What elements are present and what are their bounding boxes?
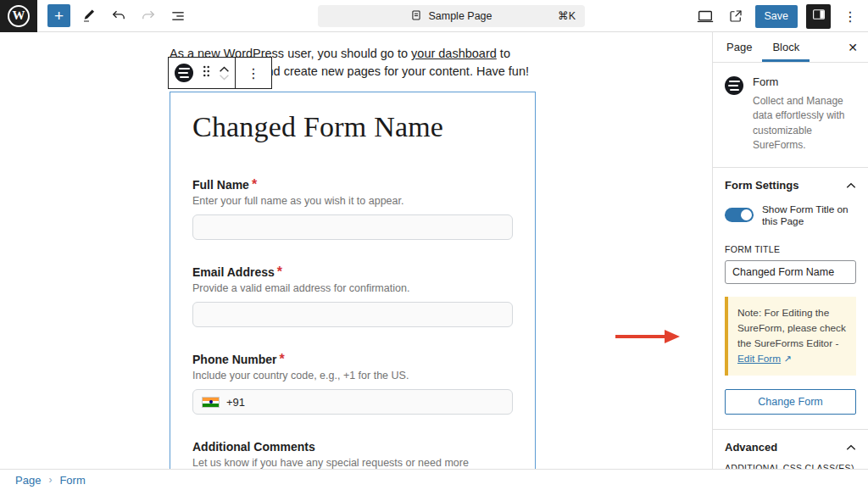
block-type-button[interactable]	[169, 58, 199, 88]
chevron-up-icon	[846, 179, 856, 192]
field-label: Full Name	[192, 178, 249, 192]
close-sidebar-button[interactable]: ✕	[837, 32, 868, 62]
dashboard-link[interactable]: your dashboard	[411, 47, 497, 60]
edit-form-link[interactable]: Edit Form	[737, 353, 781, 365]
block-toolbar: ⋮	[168, 57, 272, 89]
change-form-button[interactable]: Change Form	[725, 389, 856, 415]
undo-icon	[110, 8, 127, 25]
command-shortcut: ⌘K	[558, 9, 576, 22]
tab-block[interactable]: Block	[762, 32, 810, 62]
plus-icon: +	[54, 8, 64, 24]
sureforms-icon	[725, 76, 743, 95]
settings-sidebar: Page Block ✕ Form Collect and Manage dat…	[712, 32, 868, 469]
editor-top-bar: W +	[0, 0, 868, 32]
breadcrumb: Page › Form	[0, 469, 868, 490]
form-field-full-name: Full Name* Enter your full name as you w…	[192, 177, 513, 240]
document-title: Sample Page	[428, 10, 492, 22]
tools-button[interactable]	[78, 5, 100, 27]
block-inserter-button[interactable]: +	[47, 4, 70, 27]
field-description: Include your country code, e.g., +1 for …	[192, 370, 513, 381]
redo-button[interactable]	[137, 5, 159, 27]
move-down-button[interactable]	[219, 74, 230, 81]
form-title-label: FORM TITLE	[725, 244, 856, 254]
kebab-icon: ⋮	[843, 8, 857, 25]
breadcrumb-form[interactable]: Form	[59, 474, 85, 487]
document-overview-bar[interactable]: Sample Page ⌘K	[318, 5, 585, 27]
external-link-icon: ↗	[783, 354, 791, 364]
field-label: Additional Comments	[192, 440, 315, 454]
block-options-button[interactable]: ⋮	[235, 58, 271, 88]
full-name-input[interactable]	[192, 214, 513, 240]
chevron-up-icon	[846, 441, 856, 454]
external-link-icon	[728, 8, 743, 24]
block-name: Form	[753, 75, 856, 88]
tab-page[interactable]: Page	[716, 32, 762, 62]
annotation-arrow	[615, 330, 682, 343]
form-field-comments: Additional Comments Let us know if you h…	[192, 439, 513, 469]
editor-canvas: As a new WordPress user, you should go t…	[0, 32, 712, 469]
preview-device-button[interactable]	[694, 5, 716, 27]
wordpress-icon: W	[8, 5, 30, 27]
move-up-button[interactable]	[219, 66, 230, 73]
close-icon: ✕	[848, 41, 858, 54]
required-asterisk: *	[277, 264, 282, 279]
form-title-input[interactable]	[725, 260, 856, 284]
show-title-toggle[interactable]	[725, 208, 754, 222]
kebab-icon: ⋮	[247, 65, 260, 81]
list-view-icon	[170, 8, 186, 25]
drag-dots-icon	[202, 64, 211, 81]
field-label: Phone Number	[192, 353, 277, 366]
advanced-panel: ADDITIONAL CSS CLASS(ES) Separate multip…	[713, 463, 868, 469]
breadcrumb-page[interactable]: Page	[15, 474, 41, 487]
advanced-panel-header[interactable]: Advanced	[713, 430, 868, 463]
drag-handle[interactable]	[199, 58, 214, 88]
block-card: Form Collect and Manage data effortlessl…	[713, 63, 868, 168]
required-asterisk: *	[280, 352, 285, 366]
options-menu-button[interactable]: ⋮	[839, 5, 861, 27]
list-view-button[interactable]	[167, 5, 189, 27]
field-description: Enter your full name as you wish it to a…	[192, 195, 513, 207]
form-settings-panel-header[interactable]: Form Settings	[713, 168, 868, 201]
required-asterisk: *	[252, 177, 257, 192]
form-field-email: Email Address* Provide a valid email add…	[192, 264, 513, 327]
css-classes-label: ADDITIONAL CSS CLASS(ES)	[725, 463, 856, 469]
document-icon	[410, 9, 422, 24]
field-description: Let us know if you have any special requ…	[192, 457, 513, 469]
pencil-icon	[81, 8, 97, 24]
undo-button[interactable]	[108, 5, 130, 27]
form-title-heading: Changed Form Name	[192, 111, 513, 143]
wordpress-logo-button[interactable]: W	[0, 0, 37, 32]
email-input[interactable]	[192, 302, 513, 327]
wordpress-editor: W +	[0, 0, 868, 490]
toggle-label: Show Form Title on this Page	[762, 203, 856, 227]
phone-country-code: +91	[226, 396, 245, 409]
form-field-phone: Phone Number* Include your country code,…	[192, 352, 513, 415]
desktop-icon	[696, 7, 715, 25]
view-page-button[interactable]	[725, 5, 747, 27]
india-flag-icon	[202, 397, 220, 408]
redo-icon	[140, 8, 157, 25]
sureforms-icon	[175, 64, 193, 82]
field-label: Email Address	[192, 265, 275, 279]
sidebar-tabs: Page Block ✕	[713, 32, 868, 63]
editor-note: Note: For Editing the SureForm, please c…	[725, 297, 856, 376]
settings-sidebar-toggle[interactable]	[806, 4, 831, 29]
sidebar-panel-icon	[811, 7, 826, 25]
save-button[interactable]: Save	[755, 5, 798, 28]
form-settings-panel: Show Form Title on this Page FORM TITLE …	[713, 203, 868, 429]
phone-input[interactable]: +91	[192, 389, 513, 415]
field-description: Provide a valid email address for confir…	[192, 282, 513, 294]
sureforms-block[interactable]: Changed Form Name Full Name* Enter your …	[170, 92, 536, 469]
chevron-right-icon: ›	[48, 474, 52, 486]
block-description: Collect and Manage data effortlessly wit…	[753, 94, 856, 153]
